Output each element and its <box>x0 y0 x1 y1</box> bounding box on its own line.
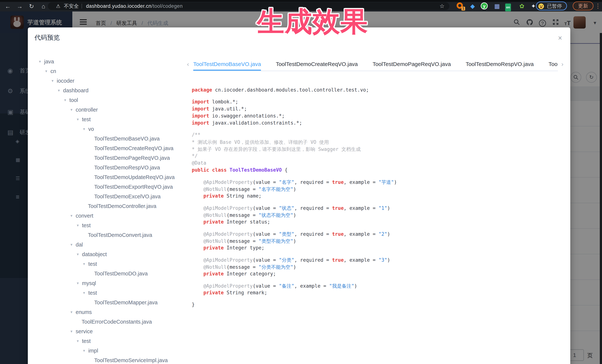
caret-down-icon[interactable]: ▾ <box>70 214 76 218</box>
caret-down-icon[interactable]: ▾ <box>83 262 88 266</box>
caret-down-icon[interactable]: ▾ <box>64 98 69 102</box>
code-tab-4[interactable]: ToolTe <box>548 59 558 71</box>
tree-label: controller <box>76 107 98 113</box>
tree-file[interactable]: ToolTestDemoPageReqVO.java <box>34 153 194 163</box>
browser-menu-icon[interactable]: ⋮ <box>595 2 601 10</box>
extension-y-icon[interactable]: y <box>481 2 488 10</box>
tree-folder[interactable]: ▾iocoder <box>34 76 194 86</box>
caret-down-icon[interactable]: ▾ <box>70 107 76 112</box>
tree-folder[interactable]: ▾dashboard <box>34 86 194 95</box>
url-bar[interactable]: ⚠ 不安全 dashboard.yudao.iocoder.cn/tool/co… <box>48 2 449 10</box>
tree-folder[interactable]: ▾dal <box>34 240 194 250</box>
tree-folder[interactable]: ▾tool <box>34 95 194 105</box>
extension-gem-icon[interactable]: ◆ <box>469 2 476 10</box>
tree-file[interactable]: ToolTestDemoServiceImpl.java <box>34 355 194 364</box>
code-line: private Integer status; <box>192 219 555 226</box>
tree-file[interactable]: ToolErrorCodeConstants.java <box>34 317 194 327</box>
tree-label: test <box>82 338 91 344</box>
tree-folder[interactable]: ▾test <box>34 336 194 346</box>
tree-folder[interactable]: ▾test <box>34 114 194 124</box>
forward-icon[interactable]: → <box>16 3 23 10</box>
url-text[interactable]: dashboard.yudao.iocoder.cn/tool/codegen <box>86 2 183 10</box>
paused-badge[interactable]: 已暂停 <box>536 1 567 10</box>
tree-label: ToolTestDemoServiceImpl.java <box>94 357 168 364</box>
caret-down-icon[interactable]: ▾ <box>83 291 88 295</box>
tree-folder[interactable]: ▾service <box>34 327 194 336</box>
tree-file[interactable]: ToolTestDemoExportReqVO.java <box>34 182 194 192</box>
extension-counter-icon[interactable]: 1 <box>457 2 464 10</box>
security-label[interactable]: 不安全 <box>64 2 79 10</box>
tree-folder[interactable]: ▾impl <box>34 346 194 355</box>
code-tabs-wrap: ‹ ToolTestDemoBaseVO.javaToolTestDemoCre… <box>187 59 563 71</box>
caret-down-icon[interactable]: ▾ <box>70 310 76 314</box>
tree-file[interactable]: ToolTestDemoDO.java <box>34 269 194 278</box>
caret-down-icon[interactable]: ▾ <box>77 339 82 343</box>
caret-down-icon[interactable]: ▾ <box>58 88 63 93</box>
tree-folder[interactable]: ▾cn <box>34 66 194 76</box>
tree-file[interactable]: ToolTestDemoCreateReqVO.java <box>34 144 194 153</box>
tree-label: ToolTestDemoCreateReqVO.java <box>94 145 173 151</box>
tree-folder[interactable]: ▾test <box>34 259 194 269</box>
caret-down-icon[interactable]: ▾ <box>83 127 88 131</box>
code-line: @NotNull(message = "名字不能为空") <box>192 186 555 193</box>
code-line: * 如果子 VO 存在差异的字段，请不要添加到这里，影响 Swagger 文档生… <box>192 146 555 153</box>
tree-folder[interactable]: ▾java <box>34 57 194 66</box>
tree-file[interactable]: ToolTestDemoBaseVO.java <box>34 134 194 144</box>
tree-folder[interactable]: ▾dataobject <box>34 250 194 259</box>
code-tab-2[interactable]: ToolTestDemoPageReqVO.java <box>373 59 451 71</box>
caret-down-icon[interactable]: ▾ <box>70 242 76 247</box>
tree-folder[interactable]: ▾convert <box>34 211 194 220</box>
tree-file[interactable]: ToolTestDemoController.java <box>34 201 194 211</box>
update-button[interactable]: 更新 <box>573 1 593 10</box>
caret-down-icon[interactable]: ▾ <box>70 329 76 333</box>
code-line: @NotNull(message = "状态不能为空") <box>192 212 555 219</box>
emoji-face-icon <box>538 3 544 9</box>
extension-list-icon[interactable]: ≡ on <box>505 2 513 10</box>
tree-label: cn <box>50 68 56 74</box>
tabs-scroll-left-icon[interactable]: ‹ <box>187 60 189 68</box>
caret-down-icon[interactable]: ▾ <box>52 79 57 83</box>
home-icon[interactable]: ⌂ <box>40 3 47 10</box>
caret-down-icon[interactable]: ▾ <box>39 59 44 64</box>
caret-down-icon[interactable]: ▾ <box>45 69 50 73</box>
tree-folder[interactable]: ▾vo <box>34 124 194 134</box>
code-tab-3[interactable]: ToolTestDemoRespVO.java <box>466 59 534 71</box>
tree-label: iocoder <box>57 78 74 84</box>
tree-label: test <box>88 290 97 296</box>
code-tabs: ToolTestDemoBaseVO.javaToolTestDemoCreat… <box>193 59 558 71</box>
tree-label: dataobject <box>82 251 107 257</box>
tree-file[interactable]: ToolTestDemoExcelVO.java <box>34 192 194 201</box>
tree-file[interactable]: ToolTestDemoRespVO.java <box>34 163 194 172</box>
tree-label: enums <box>76 309 92 315</box>
tree-label: mysql <box>82 280 96 286</box>
caret-down-icon[interactable]: ▾ <box>77 252 82 257</box>
code-tab-0[interactable]: ToolTestDemoBaseVO.java <box>193 59 261 71</box>
caret-down-icon[interactable]: ▾ <box>77 223 82 228</box>
tree-folder[interactable]: ▾enums <box>34 307 194 317</box>
tree-folder[interactable]: ▾test <box>34 288 194 298</box>
close-icon[interactable]: × <box>558 34 562 42</box>
url-path: /tool/codegen <box>151 3 183 9</box>
tree-folder[interactable]: ▾test <box>34 220 194 230</box>
back-icon[interactable]: ← <box>4 3 11 10</box>
y-letter: y <box>481 2 488 10</box>
code-line: /** <box>192 132 555 139</box>
caret-down-icon[interactable]: ▾ <box>77 281 82 285</box>
caret-down-icon[interactable]: ▾ <box>83 348 88 353</box>
tree-folder[interactable]: ▾mysql <box>34 278 194 288</box>
tabs-scroll-right-icon[interactable]: › <box>561 60 563 68</box>
code-tab-1[interactable]: ToolTestDemoCreateReqVO.java <box>276 59 358 71</box>
reload-icon[interactable]: ↻ <box>28 3 35 10</box>
counter-badge: 1 <box>462 7 465 10</box>
bookmark-star-icon[interactable]: ☆ <box>440 2 445 10</box>
tree-file[interactable]: ToolTestDemoMapper.java <box>34 298 194 307</box>
caret-down-icon[interactable]: ▾ <box>77 117 82 122</box>
tree-label: ToolTestDemoDO.java <box>94 270 148 277</box>
tree-folder[interactable]: ▾controller <box>34 105 194 114</box>
scrollbar-track[interactable] <box>600 33 602 364</box>
code-line: @NotNull(message = "类型不能为空") <box>192 238 555 245</box>
tree-file[interactable]: ToolTestDemoConvert.java <box>34 230 194 240</box>
tree-file[interactable]: ToolTestDemoUpdateReqVO.java <box>34 172 194 182</box>
extension-leaf-icon[interactable]: ✿ <box>518 2 526 10</box>
extension-grid-icon[interactable]: ▦ <box>493 2 501 10</box>
